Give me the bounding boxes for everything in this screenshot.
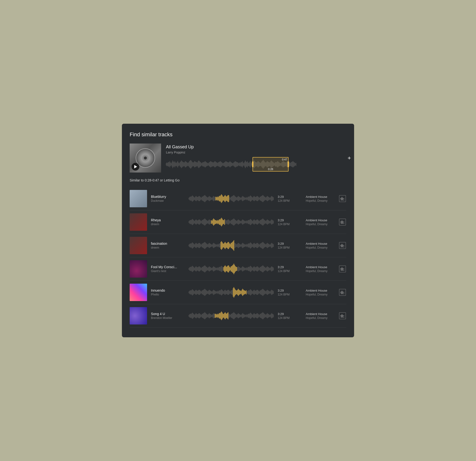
track-genre-name: Ambient House: [306, 195, 335, 199]
track-artwork: [130, 237, 147, 254]
svg-rect-3: [342, 198, 343, 200]
similar-label: Similar to 0:28-0:47 or Letting Go: [130, 178, 346, 182]
svg-rect-31: [342, 291, 343, 293]
add-to-crate-icon[interactable]: [339, 195, 346, 202]
track-waveform: [189, 286, 274, 298]
svg-rect-4: [343, 198, 344, 199]
selection-handle-right[interactable]: [288, 161, 289, 167]
track-bpm: 124 BPM: [278, 269, 302, 273]
track-genre: Ambient HouseHopeful, Dreamy: [306, 289, 335, 296]
add-button[interactable]: +: [346, 155, 352, 161]
svg-rect-11: [343, 222, 344, 222]
waveform-selection[interactable]: 0:47 0:28: [253, 157, 289, 172]
svg-rect-39: [343, 315, 344, 316]
track-meta: 3:29124 BPM: [278, 265, 302, 273]
svg-rect-7: [340, 222, 341, 222]
source-waveform[interactable]: 0:47 0:28: [166, 157, 346, 172]
add-to-crate-icon[interactable]: [339, 289, 346, 296]
svg-rect-41: [340, 317, 344, 317]
add-to-crate-icon[interactable]: [339, 313, 346, 319]
track-action[interactable]: [339, 313, 346, 319]
track-action[interactable]: [339, 219, 346, 225]
track-name-col: InnuendoPhello: [151, 288, 185, 296]
svg-rect-20: [340, 247, 344, 247]
svg-rect-28: [340, 292, 341, 293]
source-title: All Gassed Up: [166, 144, 346, 149]
svg-rect-17: [342, 245, 343, 247]
add-to-crate-icon[interactable]: [339, 265, 346, 272]
track-mood: Hopeful, Dreamy: [306, 246, 335, 249]
add-to-crate-icon[interactable]: [339, 219, 346, 225]
panel-title: Find similar tracks: [130, 132, 346, 138]
svg-rect-18: [343, 245, 344, 246]
track-mood: Hopeful, Dreamy: [306, 269, 335, 273]
track-artist: Brendon Moeller: [151, 316, 185, 320]
track-genre-name: Ambient House: [306, 218, 335, 222]
play-button[interactable]: [132, 163, 139, 171]
svg-rect-40: [344, 316, 344, 316]
track-name: Rheya: [151, 218, 185, 222]
svg-rect-0: [340, 198, 341, 199]
selection-start-time: 0:28: [268, 168, 273, 171]
track-bpm: 124 BPM: [278, 199, 302, 202]
svg-rect-13: [340, 223, 344, 224]
svg-rect-25: [343, 268, 344, 269]
track-action[interactable]: [339, 265, 346, 272]
track-action[interactable]: [339, 289, 346, 296]
track-artist: dreem: [151, 246, 185, 249]
svg-rect-34: [340, 294, 344, 294]
track-name: fascination: [151, 242, 185, 246]
track-name-col: Fool My Consci...Giant's nest: [151, 265, 185, 273]
track-genre-name: Ambient House: [306, 312, 335, 316]
track-meta: 3:29124 BPM: [278, 312, 302, 320]
track-action[interactable]: [339, 242, 346, 249]
svg-rect-6: [340, 200, 344, 200]
svg-rect-36: [341, 315, 341, 317]
add-to-crate-icon[interactable]: [339, 242, 346, 249]
track-name: Song 4 U: [151, 312, 185, 316]
track-name-col: BlueblurryDuckmaw: [151, 195, 185, 202]
svg-rect-5: [344, 198, 344, 199]
track-row[interactable]: Rheyadreem3:29124 BPMAmbient HouseHopefu…: [130, 210, 346, 234]
track-genre: Ambient HouseHopeful, Dreamy: [306, 265, 335, 273]
track-row[interactable]: fascinationdreem3:29124 BPMAmbient House…: [130, 234, 346, 257]
track-genre-name: Ambient House: [306, 265, 335, 269]
track-artwork: [130, 260, 147, 278]
svg-rect-32: [343, 292, 344, 293]
track-row[interactable]: InnuendoPhello3:29124 BPMAmbient HouseHo…: [130, 281, 346, 304]
track-artist: Duckmaw: [151, 199, 185, 202]
track-duration: 3:29: [278, 242, 302, 246]
svg-rect-24: [342, 268, 343, 270]
track-artist: Giant's nest: [151, 269, 185, 273]
svg-rect-1: [341, 198, 341, 200]
track-name-col: Rheyadreem: [151, 218, 185, 226]
track-list: BlueblurryDuckmaw3:29124 BPMAmbient Hous…: [130, 187, 346, 328]
svg-rect-37: [342, 314, 342, 317]
track-waveform: [189, 310, 274, 322]
svg-rect-26: [344, 269, 344, 269]
svg-rect-23: [342, 267, 342, 271]
track-genre: Ambient HouseHopeful, Dreamy: [306, 195, 335, 202]
track-mood: Hopeful, Dreamy: [306, 222, 335, 226]
track-meta: 3:29124 BPM: [278, 242, 302, 249]
svg-rect-33: [344, 292, 344, 293]
svg-rect-30: [342, 291, 342, 294]
track-mood: Hopeful, Dreamy: [306, 199, 335, 202]
track-genre: Ambient HouseHopeful, Dreamy: [306, 312, 335, 320]
track-row[interactable]: Song 4 UBrendon Moeller3:29124 BPMAmbien…: [130, 304, 346, 328]
svg-rect-22: [341, 268, 341, 270]
track-duration: 3:29: [278, 195, 302, 199]
track-bpm: 124 BPM: [278, 222, 302, 226]
track-artist: dreem: [151, 222, 185, 226]
track-artwork: [130, 284, 147, 301]
svg-rect-14: [340, 245, 341, 246]
track-name: Innuendo: [151, 288, 185, 292]
svg-rect-16: [342, 244, 342, 247]
track-row[interactable]: BlueblurryDuckmaw3:29124 BPMAmbient Hous…: [130, 187, 346, 210]
track-name: Blueblurry: [151, 195, 185, 199]
track-name: Fool My Consci...: [151, 265, 185, 269]
selection-handle-left[interactable]: [252, 161, 254, 167]
track-row[interactable]: Fool My Consci...Giant's nest3:29124 BPM…: [130, 257, 346, 281]
track-waveform: [189, 193, 274, 205]
track-action[interactable]: [339, 195, 346, 202]
